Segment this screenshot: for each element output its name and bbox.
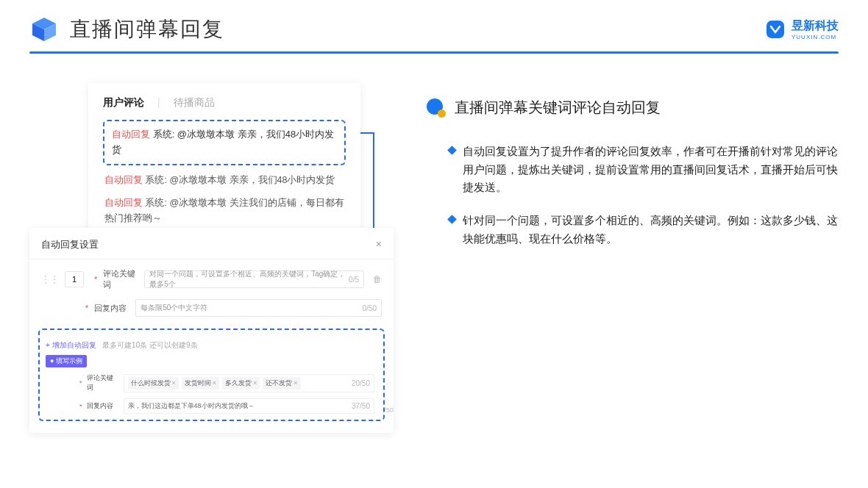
tag: 发货时间×: [182, 377, 219, 390]
example-reply-label: 回复内容: [87, 401, 119, 411]
reply-input[interactable]: 每条限50个中文字符 0/50: [135, 299, 382, 317]
auto-reply-label: 自动回复: [104, 198, 143, 208]
bullet-text: 针对同一个问题，可设置多个相近的、高频的关键词。例如：这款多少钱、这块能优惠吗、…: [463, 212, 839, 248]
tabs: 用户评论 | 待播商品: [103, 96, 346, 110]
required-star-icon: *: [94, 275, 97, 284]
tag: 还不发货×: [263, 377, 300, 390]
bullet-item: 针对同一个问题，可设置多个相近的、高频的关键词。例如：这款多少钱、这块能优惠吗、…: [427, 204, 839, 255]
tag-close-icon[interactable]: ×: [294, 379, 297, 387]
highlighted-comment: 自动回复 系统: @冰墩墩本墩 亲亲，我们48小时内发货: [103, 120, 346, 165]
reply-placeholder: 每条限50个中文字符: [140, 303, 207, 313]
close-icon[interactable]: ×: [376, 238, 382, 251]
tab-pending-products[interactable]: 待播商品: [174, 96, 215, 110]
keyword-counter: 0/5: [349, 276, 359, 284]
settings-header: 自动回复设置 ×: [29, 238, 394, 259]
index-input[interactable]: [65, 271, 84, 287]
comment-row: 自动回复 系统: @冰墩墩本墩 关注我们的店铺，每日都有热门推荐哟～: [103, 195, 346, 227]
example-reply-box[interactable]: 亲，我们这边都是下单48小时内发货的哦～ 37/50: [124, 398, 374, 414]
chat-bubble-icon: [427, 98, 446, 118]
content: 用户评论 | 待播商品 自动回复 系统: @冰墩墩本墩 亲亲，我们48小时内发货…: [0, 54, 868, 433]
brand-sub: YUUXIN.COM: [791, 34, 839, 40]
example-badge: ● 填写示例: [46, 355, 87, 367]
tab-separator: |: [157, 96, 160, 110]
reply-counter: 0/50: [363, 304, 377, 312]
right-column: 直播间弹幕关键词评论自动回复 自动回复设置为了提升作者的评论回复效率，作者可在开…: [427, 83, 839, 433]
example-keyword-box[interactable]: 什么时候发货× 发货时间× 多久发货× 还不发货× 20/50: [124, 374, 374, 392]
keyword-placeholder: 对同一个问题，可设置多个相近、高频的关键词，Tag确定，最多5个: [149, 269, 349, 290]
example-keyword-counter: 20/50: [352, 379, 370, 387]
comment-text: 系统: @冰墩墩本墩 亲亲，我们48小时内发货: [145, 175, 335, 185]
add-auto-reply-link[interactable]: + 增加自动回复: [46, 341, 96, 349]
tag-close-icon[interactable]: ×: [172, 379, 176, 387]
slide-header: 直播间弹幕回复 昱新科技 YUUXIN.COM: [0, 0, 868, 51]
section-heading: 直播间弹幕关键词评论自动回复: [427, 98, 839, 118]
section-title: 直播间弹幕关键词评论自动回复: [455, 98, 661, 118]
settings-title: 自动回复设置: [41, 238, 99, 251]
connector-line-h: [358, 132, 374, 134]
auto-reply-label: 自动回复: [104, 175, 143, 185]
left-column: 用户评论 | 待播商品 自动回复 系统: @冰墩墩本墩 亲亲，我们48小时内发货…: [29, 83, 397, 433]
form-row-keyword: ⋮⋮ * 评论关键词 对同一个问题，可设置多个相近、高频的关键词，Tag确定，最…: [29, 259, 394, 290]
keyword-label: 评论关键词: [103, 268, 138, 290]
brand-logo-icon: [765, 19, 786, 40]
settings-panel: 自动回复设置 × ⋮⋮ * 评论关键词 对同一个问题，可设置多个相近、高频的关键…: [29, 228, 394, 433]
header-left: 直播间弹幕回复: [29, 15, 224, 44]
required-star-icon: *: [85, 304, 88, 312]
add-hint: 最多可建10条 还可以创建9条: [102, 341, 197, 349]
extra-counter: /50: [384, 406, 394, 414]
form-row-reply: * 回复内容 每条限50个中文字符 0/50: [29, 290, 394, 317]
comment-row: 自动回复 系统: @冰墩墩本墩 亲亲，我们48小时内发货: [103, 173, 346, 188]
required-star-icon: *: [79, 379, 82, 387]
diamond-bullet-icon: [447, 146, 457, 155]
brand: 昱新科技 YUUXIN.COM: [765, 18, 839, 40]
example-keyword-label: 评论关键词: [87, 373, 119, 392]
drag-handle-icon[interactable]: ⋮⋮: [41, 274, 59, 284]
tag: 多久发货×: [222, 377, 260, 390]
bullet-item: 自动回复设置为了提升作者的评论回复效率，作者可在开播前针对常见的评论用户问题，提…: [427, 135, 839, 204]
example-section: + 增加自动回复 最多可建10条 还可以创建9条 ● 填写示例 * 评论关键词 …: [38, 329, 385, 421]
example-tags: 什么时候发货× 发货时间× 多久发货× 还不发货×: [128, 377, 301, 390]
brand-name: 昱新科技: [791, 18, 839, 34]
required-star-icon: *: [79, 403, 82, 410]
example-reply-row: * 回复内容 亲，我们这边都是下单48小时内发货的哦～ 37/50: [46, 395, 377, 417]
example-keyword-row: * 评论关键词 什么时候发货× 发货时间× 多久发货× 还不发货× 20/50: [46, 370, 377, 395]
svg-rect-3: [766, 21, 784, 38]
comments-panel: 用户评论 | 待播商品 自动回复 系统: @冰墩墩本墩 亲亲，我们48小时内发货…: [88, 83, 360, 241]
tag-close-icon[interactable]: ×: [213, 379, 216, 387]
tag: 什么时候发货×: [128, 377, 179, 390]
diamond-bullet-icon: [447, 215, 457, 224]
tab-user-comments[interactable]: 用户评论: [103, 96, 144, 110]
keyword-input[interactable]: 对同一个问题，可设置多个相近、高频的关键词，Tag确定，最多5个 0/5: [144, 270, 364, 288]
example-reply-text: 亲，我们这边都是下单48小时内发货的哦～: [128, 401, 255, 411]
delete-icon[interactable]: 🗑: [373, 274, 382, 284]
example-reply-counter: 37/50: [352, 402, 370, 410]
tag-close-icon[interactable]: ×: [253, 379, 257, 387]
bullet-text: 自动回复设置为了提升作者的评论回复效率，作者可在开播前针对常见的评论用户问题，提…: [463, 143, 839, 197]
auto-reply-label: 自动回复: [112, 129, 150, 140]
reply-label: 回复内容: [94, 303, 129, 314]
page-title: 直播间弹幕回复: [70, 15, 224, 43]
cube-icon: [29, 15, 59, 44]
